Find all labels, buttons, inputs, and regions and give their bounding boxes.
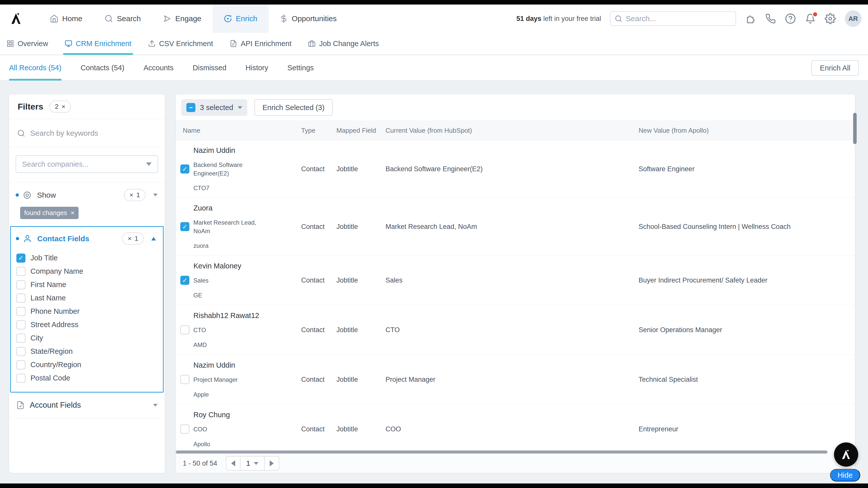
table-row[interactable]: ✓ Nazim UddinBackend Software Engineer(E…	[176, 140, 855, 198]
column-header-mapped-field[interactable]: Mapped Field	[336, 127, 385, 134]
gear-icon	[825, 13, 836, 24]
field-option-city[interactable]: ✓City	[17, 331, 163, 345]
notifications-button[interactable]	[805, 13, 816, 24]
contact-fields-header[interactable]: Contact Fields ×1	[11, 233, 163, 245]
clear-icon[interactable]: ×	[128, 235, 131, 243]
column-header-new-value[interactable]: New Value (from Apollo)	[639, 127, 855, 134]
checkbox[interactable]: ✓	[17, 320, 25, 329]
global-search-input[interactable]	[626, 14, 732, 23]
contact-name[interactable]: Roy Chung	[193, 411, 296, 419]
subnav-item-crm-enrichment[interactable]: CRM Enrichment	[65, 33, 131, 54]
tab-accounts[interactable]: Accounts	[144, 55, 174, 80]
row-checkbox[interactable]: ✓	[180, 375, 189, 384]
filters-count-pill[interactable]: 2×	[49, 100, 71, 113]
nav-item-enrich[interactable]: Enrich	[213, 4, 269, 33]
enrich-all-button[interactable]: Enrich All	[811, 60, 859, 76]
table-row[interactable]: ✓ Kevin MaloneySalesGE Contact Jobtitle …	[176, 255, 855, 305]
table-row[interactable]: ✓ Nazim UddinProject ManagerApple Contac…	[176, 355, 855, 404]
nav-item-search[interactable]: Search	[93, 4, 152, 33]
table-row[interactable]: ✓ Rishabh12 Rawat12CTOAMD Contact Jobtit…	[176, 305, 855, 355]
row-checkbox[interactable]: ✓	[180, 276, 189, 285]
tab-dismissed[interactable]: Dismissed	[193, 55, 226, 80]
field-option-first-name[interactable]: ✓First Name	[17, 278, 163, 291]
checkbox[interactable]: ✓	[17, 307, 25, 316]
chevron-up-icon[interactable]	[151, 237, 156, 241]
contact-name[interactable]: Zuora	[193, 204, 296, 212]
enrich-selected-button[interactable]: Enrich Selected (3)	[254, 99, 333, 116]
column-header-current-value[interactable]: Current Value (from HubSpot)	[385, 127, 639, 134]
show-count-pill[interactable]: ×1	[124, 189, 146, 201]
previous-page-button[interactable]	[226, 457, 241, 470]
clear-icon[interactable]: ×	[129, 191, 133, 199]
subnav-item-api-enrichment[interactable]: API Enrichment	[230, 33, 291, 54]
field-option-postal-code[interactable]: ✓Postal Code	[17, 371, 163, 385]
field-option-phone-number[interactable]: ✓Phone Number	[17, 305, 163, 318]
row-checkbox[interactable]: ✓	[180, 164, 189, 174]
checkbox[interactable]: ✓	[17, 374, 25, 383]
tab-settings[interactable]: Settings	[287, 55, 314, 80]
nav-item-home[interactable]: Home	[39, 4, 93, 33]
checkbox[interactable]: ✓	[17, 334, 25, 343]
nav-item-opportunities[interactable]: Opportunities	[269, 4, 348, 33]
contact-name[interactable]: Nazim Uddin	[193, 361, 296, 369]
chevron-down-icon[interactable]	[153, 404, 158, 407]
contact-name[interactable]: Rishabh12 Rawat12	[193, 311, 296, 320]
vertical-scrollbar[interactable]	[853, 113, 857, 144]
tab-contacts[interactable]: Contacts (54)	[81, 55, 124, 80]
checkbox[interactable]: ✓	[17, 360, 25, 369]
row-checkbox[interactable]: ✓	[180, 325, 189, 334]
chevron-down-icon[interactable]	[153, 194, 158, 196]
company-select[interactable]	[16, 155, 158, 173]
subnav-item-job-change-alerts[interactable]: Job Change Alerts	[308, 33, 379, 54]
avatar[interactable]: AR	[845, 10, 862, 27]
apollo-logo-icon	[9, 11, 23, 26]
row-checkbox[interactable]: ✓	[180, 425, 189, 434]
nav-label: Home	[62, 14, 82, 23]
checkbox[interactable]: ✓	[17, 280, 25, 289]
clear-filters-icon[interactable]: ×	[62, 103, 65, 111]
tab-all-records[interactable]: All Records (54)	[9, 55, 61, 80]
contact-title: CTO	[193, 326, 259, 334]
field-option-company-name[interactable]: ✓Company Name	[17, 265, 163, 278]
apollo-assistant-fab[interactable]	[834, 443, 858, 466]
remove-tag-icon[interactable]: ×	[71, 209, 74, 217]
contact-name[interactable]: Kevin Maloney	[193, 262, 296, 270]
settings-button[interactable]	[825, 13, 836, 24]
apollo-logo[interactable]	[6, 4, 26, 33]
field-option-state-region[interactable]: ✓State/Region	[17, 345, 163, 358]
dialer-button[interactable]	[765, 13, 776, 24]
selection-dropdown[interactable]: − 3 selected	[181, 99, 247, 116]
checkbox[interactable]: ✓	[17, 347, 25, 356]
column-header-type[interactable]: Type	[301, 127, 336, 134]
hide-button[interactable]: Hide	[830, 469, 860, 482]
subnav-item-overview[interactable]: Overview	[6, 33, 48, 54]
field-option-street-address[interactable]: ✓Street Address	[17, 318, 163, 331]
company-select-input[interactable]	[22, 160, 146, 169]
next-page-button[interactable]	[265, 457, 279, 470]
contact-fields-count-pill[interactable]: ×1	[122, 233, 144, 245]
account-fields-header[interactable]: Account Fields	[9, 393, 165, 418]
table-row[interactable]: ✓ Roy ChungCOOApollo Contact Jobtitle CO…	[176, 404, 855, 454]
row-checkbox[interactable]: ✓	[180, 222, 189, 231]
field-option-job-title[interactable]: ✓Job Title	[17, 251, 163, 265]
tab-history[interactable]: History	[246, 55, 268, 80]
checkbox[interactable]: ✓	[17, 267, 25, 276]
nav-item-engage[interactable]: Engage	[152, 4, 212, 33]
help-button[interactable]	[785, 13, 796, 24]
contact-name[interactable]: Nazim Uddin	[193, 146, 296, 155]
select-all-checkbox[interactable]: −	[186, 103, 195, 112]
filter-tag-found-changes[interactable]: found changes×	[20, 207, 79, 219]
column-header-name[interactable]: Name	[176, 127, 301, 134]
field-option-last-name[interactable]: ✓Last Name	[17, 291, 163, 305]
checkbox[interactable]: ✓	[17, 253, 25, 263]
checkbox[interactable]: ✓	[17, 294, 25, 303]
global-search[interactable]	[610, 11, 736, 26]
field-option-country-region[interactable]: ✓Country/Region	[17, 358, 163, 371]
show-filter-header[interactable]: Show ×1	[9, 182, 165, 201]
table-row[interactable]: ✓ ZuoraMarket Research Lead, NoAmzuora C…	[176, 198, 855, 255]
page-select[interactable]: 1	[241, 457, 265, 470]
subnav-item-csv-enrichment[interactable]: CSV Enrichment	[148, 33, 213, 54]
extensions-button[interactable]	[745, 13, 756, 24]
keyword-search-input[interactable]	[30, 129, 157, 138]
keyword-search[interactable]	[9, 119, 165, 147]
